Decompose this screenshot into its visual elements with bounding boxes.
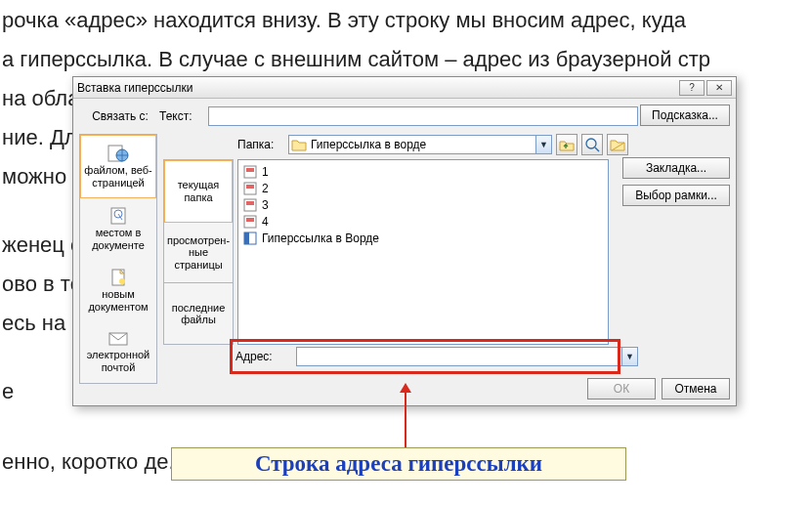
bookmark-doc-icon [109, 207, 127, 225]
list-item[interactable]: 2 [243, 180, 603, 196]
cancel-button[interactable]: Отмена [662, 378, 730, 400]
doc-text-line: а гиперссылка. В случае с внешним сайтом… [2, 47, 710, 72]
file-name: 3 [262, 198, 269, 212]
help-button[interactable]: ? [679, 80, 705, 96]
link-with-label: Связать с: [81, 109, 159, 123]
chevron-down-icon[interactable]: ▼ [535, 136, 551, 153]
address-input[interactable]: ▼ [296, 347, 638, 366]
link-to-email[interactable]: электронной почтой [80, 321, 156, 383]
link-to-place-in-doc[interactable]: местом в документе [80, 198, 156, 260]
link-to-file-web[interactable]: файлом, веб-страницей [80, 135, 156, 198]
html-file-icon [243, 182, 257, 195]
target-frame-button[interactable]: Выбор рамки... [622, 185, 730, 206]
svg-rect-9 [246, 168, 254, 172]
browse-web-button[interactable] [581, 134, 603, 155]
file-name: 1 [262, 165, 269, 179]
list-item[interactable]: 1 [243, 163, 603, 180]
html-file-icon [243, 165, 257, 179]
file-name: 2 [262, 182, 269, 195]
link-to-label: местом в документе [82, 227, 154, 251]
new-doc-icon [109, 269, 127, 286]
doc-text-line: можно [2, 164, 66, 189]
link-to-label: файлом, веб-страницей [83, 164, 153, 189]
close-button[interactable]: ✕ [706, 80, 732, 96]
dialog-title: Вставка гиперссылки [77, 81, 677, 95]
text-label: Текст: [159, 109, 208, 123]
html-file-icon [243, 215, 257, 229]
svg-rect-17 [244, 232, 249, 244]
hint-button[interactable]: Подсказка... [640, 105, 730, 126]
arrow-shaft [405, 388, 406, 448]
callout-label: Строка адреса гиперссылки [171, 447, 626, 481]
svg-rect-15 [246, 218, 254, 222]
link-to-label: новым документом [82, 288, 154, 313]
svg-rect-13 [246, 201, 254, 205]
doc-text-line: е [2, 379, 14, 404]
email-icon [108, 331, 128, 347]
bookmark-button[interactable]: Закладка... [622, 157, 730, 179]
file-name: 4 [262, 215, 269, 229]
folder-icon [291, 138, 307, 151]
doc-text-line: рочка «адрес» находится внизу. В эту стр… [2, 8, 686, 33]
list-item[interactable]: 3 [243, 196, 603, 213]
svg-point-5 [119, 278, 125, 284]
insert-hyperlink-dialog: Вставка гиперссылки ? ✕ Связать с: Текст… [72, 76, 737, 406]
doc-text-line: есь на н [2, 311, 83, 336]
ok-button: ОК [587, 378, 656, 400]
browse-tabs: текущая папка просмотрен-ные страницы по… [163, 159, 234, 345]
link-to-label: электронной почтой [82, 349, 154, 373]
browse-file-button[interactable] [607, 134, 628, 155]
tab-current-folder[interactable]: текущая папка [164, 160, 233, 223]
list-item[interactable]: Гиперссылка в Ворде [243, 230, 603, 246]
address-label: Адрес: [235, 350, 296, 363]
up-folder-button[interactable] [556, 134, 577, 155]
dialog-titlebar[interactable]: Вставка гиперссылки ? ✕ [73, 77, 736, 99]
word-file-icon [243, 231, 257, 245]
folder-value: Гиперссылка в ворде [311, 138, 426, 151]
tab-recent-files[interactable]: последние файлы [164, 283, 233, 344]
file-list[interactable]: 1 2 3 4 Гиперссылка в Ворде [237, 159, 609, 345]
svg-rect-11 [246, 185, 254, 189]
link-to-new-doc[interactable]: новым документом [80, 260, 156, 321]
html-file-icon [243, 198, 257, 212]
link-to-sidebar: файлом, веб-страницей местом в документе… [79, 134, 157, 384]
file-name: Гиперссылка в Ворде [262, 231, 379, 245]
tab-browsed-pages[interactable]: просмотрен-ные страницы [164, 223, 233, 284]
text-input[interactable] [208, 106, 638, 126]
globe-page-icon [107, 145, 129, 162]
chevron-down-icon[interactable]: ▼ [621, 348, 637, 365]
folder-label: Папка: [237, 138, 284, 151]
folder-select[interactable]: Гиперссылка в ворде ▼ [288, 135, 552, 154]
list-item[interactable]: 4 [243, 213, 603, 230]
svg-point-7 [586, 139, 596, 148]
